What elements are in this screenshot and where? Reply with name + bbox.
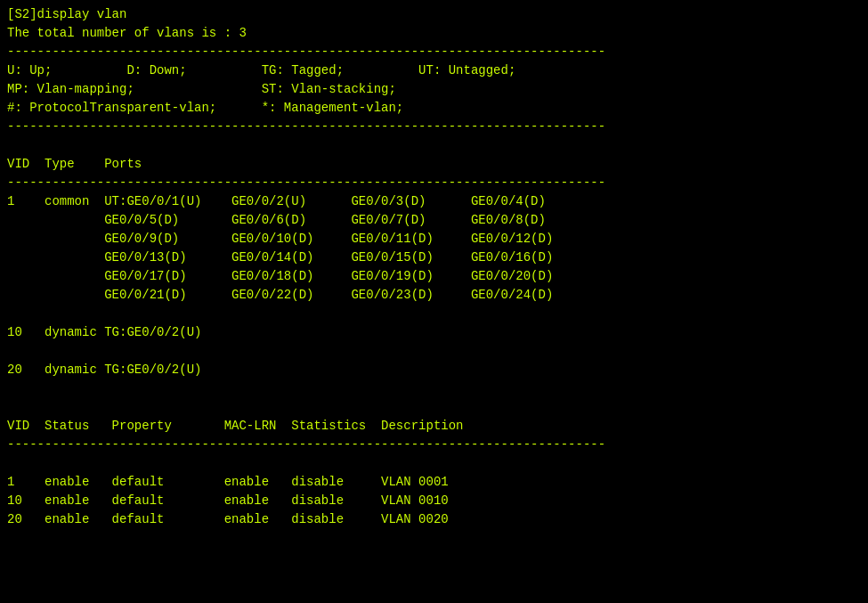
terminal-line: 1 enable default enable disable VLAN 000… (7, 473, 861, 492)
terminal-line: GE0/0/21(D) GE0/0/22(D) GE0/0/23(D) GE0/… (7, 286, 861, 305)
terminal-line: GE0/0/13(D) GE0/0/14(D) GE0/0/15(D) GE0/… (7, 249, 861, 267)
terminal-line: The total number of vlans is : 3 (7, 24, 861, 43)
terminal-line: MP: Vlan-mapping; ST: Vlan-stacking; (7, 80, 861, 99)
terminal-line: ----------------------------------------… (7, 43, 861, 61)
terminal-line (7, 398, 861, 417)
terminal-line (7, 454, 861, 473)
terminal-line (7, 379, 861, 398)
terminal-line: 20 dynamic TG:GE0/0/2(U) (7, 361, 861, 379)
terminal-line: 1 common UT:GE0/0/1(U) GE0/0/2(U) GE0/0/… (7, 192, 861, 211)
terminal-line: #: ProtocolTransparent-vlan; *: Manageme… (7, 99, 861, 118)
terminal-line (7, 136, 861, 155)
terminal-line: GE0/0/5(D) GE0/0/6(D) GE0/0/7(D) GE0/0/8… (7, 211, 861, 230)
terminal-line: U: Up; D: Down; TG: Tagged; UT: Untagged… (7, 61, 861, 80)
terminal-line: ----------------------------------------… (7, 436, 861, 454)
terminal-line: ----------------------------------------… (7, 174, 861, 192)
terminal-line (7, 305, 861, 323)
terminal-line: GE0/0/17(D) GE0/0/18(D) GE0/0/19(D) GE0/… (7, 267, 861, 286)
terminal-line: VID Status Property MAC-LRN Statistics D… (7, 417, 861, 436)
terminal-line: 10 enable default enable disable VLAN 00… (7, 492, 861, 510)
terminal-line: VID Type Ports (7, 155, 861, 174)
terminal-line: 10 dynamic TG:GE0/0/2(U) (7, 323, 861, 342)
terminal-line: ----------------------------------------… (7, 118, 861, 136)
terminal-line: GE0/0/9(D) GE0/0/10(D) GE0/0/11(D) GE0/0… (7, 230, 861, 249)
terminal-output: [S2]display vlanThe total number of vlan… (7, 5, 861, 529)
terminal-line: [S2]display vlan (7, 5, 861, 24)
terminal-line: 20 enable default enable disable VLAN 00… (7, 510, 861, 529)
terminal-line (7, 342, 861, 361)
